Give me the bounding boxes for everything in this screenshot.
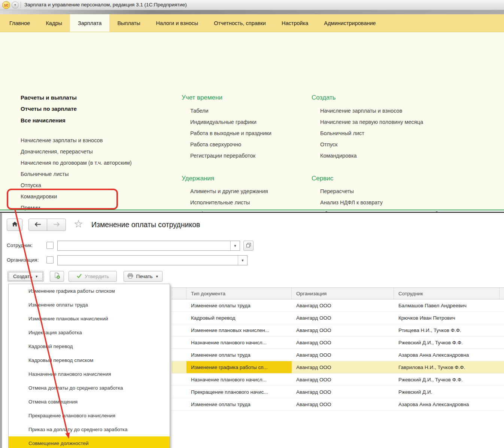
cell-employee[interactable]: Азарова Анна Александровна (394, 349, 500, 361)
cell-employee[interactable]: Азарова Анна Александровна (394, 398, 500, 410)
cell-employee[interactable]: Крючков Иван Петрович (394, 312, 500, 324)
table-row[interactable]: Прекращение планового начис... Авангард … (171, 386, 504, 398)
cell-employee[interactable]: Ржевский Д.И., Тучков Ф.Ф. (394, 336, 500, 348)
tab-taxes[interactable]: Налоги и взносы (148, 14, 206, 32)
menu-link[interactable]: Начисление зарплаты и взносов (320, 108, 402, 114)
create-menu-item[interactable]: Кадровый перевод (9, 339, 170, 353)
menu-link[interactable]: Перерасчеты (320, 188, 354, 194)
employee-filter-checkbox[interactable] (46, 242, 54, 249)
cell-organization[interactable]: Авангард ООО (292, 374, 394, 385)
menu-link[interactable]: Командировка (320, 153, 357, 159)
copy-document-button[interactable] (50, 271, 64, 282)
print-button[interactable]: Печать▼ (124, 271, 163, 282)
tab-payments[interactable]: Выплаты (109, 14, 148, 32)
menu-link[interactable]: Работа в выходные и праздники (190, 130, 271, 136)
organization-filter-checkbox[interactable] (46, 256, 54, 263)
cell-employee[interactable]: Ржевский Д.И., Тучков Ф.Ф. (394, 374, 500, 385)
cell-doc-type-current[interactable]: Изменение графика работы сп... (186, 361, 292, 373)
tab-administration[interactable]: Администрирование (316, 14, 383, 32)
menu-link-salary-reports[interactable]: Отчеты по зарплате (21, 106, 77, 112)
create-menu-item[interactable]: Отмена совмещения (9, 395, 170, 409)
menu-link[interactable]: Регистрации переработок (190, 153, 255, 159)
cell-doc-type[interactable]: Прекращение планового начис... (186, 386, 292, 398)
create-menu-item[interactable]: Отмена доплаты до среднего заработка (9, 381, 170, 395)
menu-link[interactable]: Больничный лист (320, 130, 364, 136)
menu-link[interactable]: Табели (190, 108, 209, 114)
home-button[interactable] (7, 219, 22, 231)
table-row[interactable]: Кадровый перевод Авангард ООО Крючков Ив… (171, 312, 504, 324)
create-menu-item[interactable]: Приказ на доплату до среднего заработка (9, 423, 170, 436)
table-row[interactable]: Назначение планового начисл... Авангард … (171, 336, 504, 349)
cell-doc-type[interactable]: Изменение оплаты труда (186, 299, 292, 311)
create-menu-item[interactable]: Прекращение планового начисления (9, 409, 170, 423)
menu-link-calculations[interactable]: Расчеты и выплаты (21, 94, 77, 101)
cell-doc-type[interactable]: Изменение оплаты труда (186, 349, 292, 361)
menu-link[interactable]: Отпуска (21, 182, 41, 188)
cell-organization[interactable]: Авангард ООО (292, 361, 394, 373)
column-header-doc-type[interactable]: Тип документа (186, 288, 292, 299)
create-menu-item[interactable]: Кадровый перевод списком (9, 353, 170, 367)
cell-organization[interactable]: Авангард ООО (292, 386, 394, 398)
tab-reports[interactable]: Отчетность, справки (206, 14, 274, 32)
table-row[interactable]: Изменение оплаты труда Авангард ООО Азар… (171, 398, 504, 411)
create-menu-item[interactable]: Назначение планового начисления (9, 367, 170, 381)
cell-employee[interactable]: Балмашов Павел Андреевич (394, 299, 500, 311)
system-menu-button[interactable]: ▼ (12, 1, 19, 9)
column-header-organization[interactable]: Организация (292, 288, 394, 299)
menu-link[interactable]: Больничные листы (21, 171, 69, 177)
create-menu-item[interactable]: Изменение плановых начислений (9, 312, 170, 326)
tab-salary[interactable]: Зарплата (70, 14, 110, 32)
cell-organization[interactable]: Авангард ООО (292, 312, 394, 324)
cell-organization[interactable]: Авангард ООО (292, 398, 394, 410)
cell-organization[interactable]: Авангард ООО (292, 349, 394, 361)
column-header-employee[interactable]: Сотрудник (394, 288, 500, 299)
cell-employee[interactable]: Ржевский Д.И. (394, 386, 500, 398)
organization-filter-input[interactable]: ▼ (57, 255, 248, 265)
employee-open-button[interactable] (243, 241, 253, 251)
chevron-down-icon[interactable]: ▼ (230, 241, 240, 250)
menu-link[interactable]: Начисление зарплаты и взносов (21, 137, 103, 143)
menu-link[interactable]: Исполнительные листы (190, 199, 250, 205)
menu-link[interactable]: Отпуск (320, 141, 337, 147)
back-button[interactable] (28, 219, 47, 231)
menu-link[interactable]: Работа сверхурочно (190, 141, 241, 147)
cell-organization[interactable]: Авангард ООО (292, 336, 394, 348)
cell-doc-type[interactable]: Изменение плановых начислен... (186, 324, 292, 336)
cell-doc-type[interactable]: Изменение оплаты труда (186, 398, 292, 410)
tab-main[interactable]: Главное (1, 14, 38, 32)
cell-employee[interactable]: Ртищева Н.И., Тучков Ф.Ф. (394, 324, 500, 336)
employee-filter-input[interactable]: ▼ (57, 241, 240, 251)
approve-button[interactable]: Утвердить (69, 271, 117, 282)
create-menu-item[interactable]: Изменение оплаты труда (9, 298, 170, 312)
menu-link[interactable]: Доначисления, перерасчеты (21, 149, 93, 155)
tab-settings[interactable]: Настройка (274, 14, 316, 32)
table-row-selected[interactable]: Изменение графика работы сп... Авангард … (171, 361, 504, 374)
menu-link[interactable]: Анализ НДФЛ к возврату (320, 199, 383, 205)
forward-button[interactable] (47, 219, 66, 231)
create-menu-item[interactable]: Изменение графика работы списком (9, 284, 170, 298)
menu-link-all-accruals[interactable]: Все начисления (21, 117, 66, 124)
cell-organization[interactable]: Авангард ООО (292, 324, 394, 336)
table-row[interactable]: Изменение оплаты труда Авангард ООО Азар… (171, 349, 504, 361)
cell-doc-type[interactable]: Кадровый перевод (186, 312, 292, 324)
menu-link[interactable]: Начисление за первую половину месяца (320, 119, 423, 125)
cell-organization[interactable]: Авангард ООО (292, 299, 394, 311)
favorite-star-icon[interactable]: ☆ (74, 219, 83, 229)
menu-link[interactable]: Алименты и другие удержания (190, 188, 268, 194)
menu-link[interactable]: Командировки (21, 193, 57, 199)
table-row[interactable]: Изменение плановых начислен... Авангард … (171, 324, 504, 336)
open-in-window-icon (246, 243, 251, 249)
tab-staff[interactable]: Кадры (38, 14, 70, 32)
row-marker-cell (171, 386, 186, 398)
table-row[interactable]: Изменение оплаты труда Авангард ООО Балм… (171, 299, 504, 312)
menu-link[interactable]: Индивидуальные графики (190, 119, 256, 125)
table-row[interactable]: Назначение планового начисл... Авангард … (171, 374, 504, 386)
create-menu-item[interactable]: Индексация заработка (9, 326, 170, 339)
create-menu-item-job-combination[interactable]: Совмещение должностей (9, 436, 170, 448)
cell-employee[interactable]: Гаврилова Н.И., Тучков Ф.Ф. (394, 361, 500, 373)
cell-doc-type[interactable]: Назначение планового начисл... (186, 336, 292, 348)
chevron-down-icon[interactable]: ▼ (238, 256, 247, 265)
menu-link[interactable]: Начисления по договорам (в т.ч. авторски… (21, 160, 132, 166)
create-button[interactable]: Создать▼ (7, 271, 44, 282)
cell-doc-type[interactable]: Назначение планового начисл... (186, 374, 292, 385)
